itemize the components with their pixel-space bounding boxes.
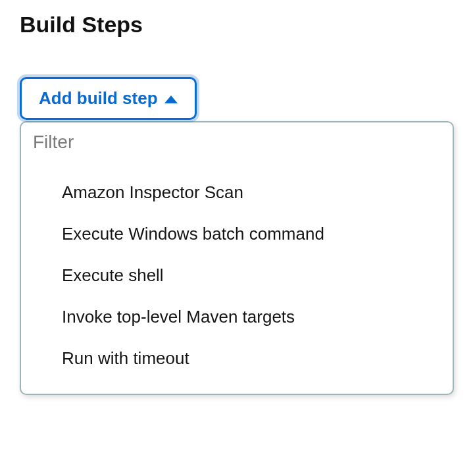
option-run-with-timeout[interactable]: Run with timeout (21, 338, 453, 379)
options-list: Amazon Inspector Scan Execute Windows ba… (21, 163, 453, 394)
add-build-step-button[interactable]: Add build step (20, 77, 197, 120)
add-build-step-label: Add build step (39, 88, 158, 109)
option-invoke-maven-targets[interactable]: Invoke top-level Maven targets (21, 296, 453, 338)
section-title: Build Steps (20, 12, 453, 38)
option-execute-windows-batch[interactable]: Execute Windows batch command (21, 213, 453, 255)
build-step-dropdown: Amazon Inspector Scan Execute Windows ba… (20, 121, 454, 395)
option-amazon-inspector-scan[interactable]: Amazon Inspector Scan (21, 172, 453, 213)
filter-input[interactable] (33, 132, 441, 153)
caret-up-icon (164, 95, 178, 103)
filter-row (21, 122, 453, 163)
option-execute-shell[interactable]: Execute shell (21, 255, 453, 296)
